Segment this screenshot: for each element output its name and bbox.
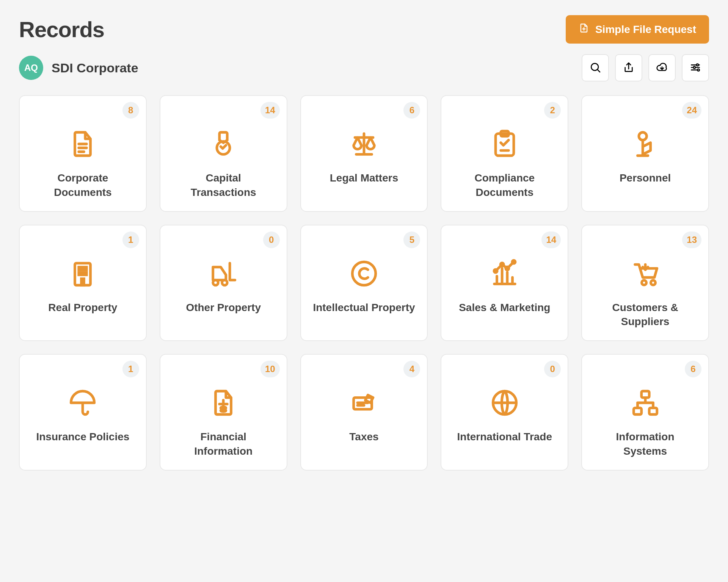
avatar: AQ bbox=[19, 56, 43, 80]
card-label: Real Property bbox=[45, 300, 120, 315]
count-badge: 13 bbox=[682, 232, 701, 248]
count-badge: 6 bbox=[685, 361, 701, 377]
records-grid: 8Corporate Documents14Capital Transactio… bbox=[19, 95, 709, 471]
share-icon bbox=[623, 61, 635, 75]
card-label: Insurance Policies bbox=[33, 430, 132, 444]
globe-icon bbox=[489, 386, 520, 420]
record-card[interactable]: 6Information Systems bbox=[581, 354, 709, 471]
file-plus-icon bbox=[579, 23, 589, 36]
forklift-icon bbox=[208, 257, 239, 291]
count-badge: 5 bbox=[403, 232, 420, 248]
umbrella-icon bbox=[67, 386, 98, 420]
count-badge: 24 bbox=[682, 102, 701, 119]
filter-button[interactable] bbox=[682, 54, 709, 81]
count-badge: 14 bbox=[541, 232, 561, 248]
record-card[interactable]: 14Capital Transactions bbox=[160, 95, 287, 212]
card-label: Compliance Documents bbox=[450, 171, 559, 200]
record-card[interactable]: 0Other Property bbox=[160, 225, 287, 341]
toolbar bbox=[582, 54, 709, 81]
download-button[interactable] bbox=[648, 54, 676, 81]
count-badge: 0 bbox=[263, 232, 280, 248]
header: Records Simple File Request bbox=[19, 15, 709, 44]
count-badge: 2 bbox=[544, 102, 561, 119]
record-card[interactable]: 1Real Property bbox=[19, 225, 147, 341]
record-card[interactable]: 2Compliance Documents bbox=[441, 95, 568, 212]
count-badge: 4 bbox=[403, 361, 420, 377]
card-label: Intellectual Property bbox=[310, 300, 418, 315]
record-card[interactable]: 6Legal Matters bbox=[300, 95, 428, 212]
check-icon bbox=[348, 386, 380, 420]
entity-name: SDI Corporate bbox=[52, 61, 138, 75]
record-card[interactable]: 10Financial Information bbox=[160, 354, 287, 471]
copyright-icon bbox=[348, 257, 380, 291]
card-label: Taxes bbox=[346, 430, 381, 444]
record-card[interactable]: 14Sales & Marketing bbox=[441, 225, 568, 341]
card-label: Information Systems bbox=[590, 430, 700, 458]
record-card[interactable]: 8Corporate Documents bbox=[19, 95, 147, 212]
document-icon bbox=[67, 127, 98, 161]
card-label: Legal Matters bbox=[327, 171, 402, 185]
record-card[interactable]: 1Insurance Policies bbox=[19, 354, 147, 471]
card-label: Personnel bbox=[617, 171, 674, 185]
primary-button-label: Simple File Request bbox=[595, 23, 696, 36]
card-label: Financial Information bbox=[169, 430, 278, 458]
award-icon bbox=[208, 127, 239, 161]
count-badge: 14 bbox=[260, 102, 280, 119]
record-card[interactable]: 5Intellectual Property bbox=[300, 225, 428, 341]
card-label: Capital Transactions bbox=[169, 171, 278, 200]
page-title: Records bbox=[19, 17, 104, 42]
record-card[interactable]: 0International Trade bbox=[441, 354, 568, 471]
count-badge: 1 bbox=[122, 232, 139, 248]
building-icon bbox=[67, 257, 98, 291]
card-label: Corporate Documents bbox=[28, 171, 138, 200]
card-label: International Trade bbox=[454, 430, 555, 444]
card-label: Customers & Suppliers bbox=[590, 300, 700, 329]
count-badge: 0 bbox=[544, 361, 561, 377]
record-card[interactable]: 4Taxes bbox=[300, 354, 428, 471]
simple-file-request-button[interactable]: Simple File Request bbox=[566, 15, 709, 44]
search-button[interactable] bbox=[582, 54, 609, 81]
card-label: Other Property bbox=[183, 300, 264, 315]
count-badge: 10 bbox=[260, 361, 280, 377]
count-badge: 6 bbox=[403, 102, 420, 119]
entity-block[interactable]: AQ SDI Corporate bbox=[19, 56, 138, 80]
personnel-icon bbox=[630, 127, 661, 161]
network-icon bbox=[630, 386, 661, 420]
share-button[interactable] bbox=[615, 54, 642, 81]
count-badge: 8 bbox=[122, 102, 139, 119]
cart-icon bbox=[630, 257, 661, 291]
record-card[interactable]: 24Personnel bbox=[581, 95, 709, 212]
invoice-icon bbox=[208, 386, 239, 420]
subheader: AQ SDI Corporate bbox=[19, 54, 709, 81]
scales-icon bbox=[348, 127, 380, 161]
record-card[interactable]: 13Customers & Suppliers bbox=[581, 225, 709, 341]
card-label: Sales & Marketing bbox=[456, 300, 553, 315]
chart-icon bbox=[489, 257, 520, 291]
search-icon bbox=[589, 61, 601, 75]
sliders-icon bbox=[689, 61, 701, 75]
checklist-icon bbox=[489, 127, 520, 161]
cloud-download-icon bbox=[656, 61, 668, 75]
count-badge: 1 bbox=[122, 361, 139, 377]
